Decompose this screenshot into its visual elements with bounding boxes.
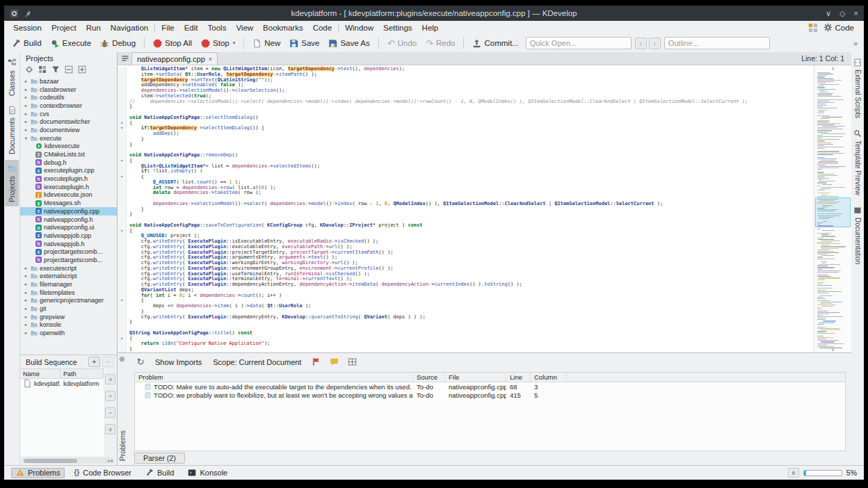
show-imports-button[interactable]: Show Imports bbox=[152, 357, 204, 368]
problem-row[interactable]: TODO: Make sure to auto-add the executab… bbox=[135, 382, 845, 391]
move-down-button[interactable]: › bbox=[105, 407, 115, 418]
minimap-scrollbar[interactable]: ∧ ∨ bbox=[814, 65, 851, 352]
fold-marker-gutter[interactable] bbox=[118, 325, 127, 331]
fold-marker-gutter[interactable] bbox=[118, 169, 127, 174]
column-header-problem[interactable]: Problem bbox=[135, 373, 413, 382]
fold-marker-gutter[interactable] bbox=[118, 131, 127, 137]
stop-all-button[interactable]: Stop All bbox=[149, 37, 196, 50]
fold-marker-gutter[interactable] bbox=[118, 88, 127, 94]
collapse-toolviews-icon[interactable]: ∧ bbox=[788, 468, 799, 478]
code-line[interactable]: deps << dependencies->item( i )->data( Q… bbox=[118, 304, 814, 309]
column-header-line[interactable]: Line bbox=[506, 373, 531, 382]
code-line[interactable]: void NativeAppConfigPage::selectItemDial… bbox=[118, 115, 814, 121]
fold-marker-gutter[interactable] bbox=[118, 147, 127, 153]
dock-tab-external-scripts[interactable]: External Scripts bbox=[851, 55, 864, 122]
code-editor[interactable]: QListWidgetItem* item = new QListWidgetI… bbox=[118, 65, 814, 352]
tree-item[interactable]: jkdevexecute.json bbox=[20, 191, 117, 200]
menu-code[interactable]: Code bbox=[308, 22, 337, 33]
fold-marker-gutter[interactable] bbox=[118, 115, 127, 121]
fold-marker-gutter[interactable] bbox=[118, 272, 127, 277]
code-line[interactable]: return i18n("Configure Native Applicatio… bbox=[118, 341, 814, 347]
fold-marker-gutter[interactable] bbox=[118, 218, 127, 223]
tree-item[interactable]: unativeappconfig.ui bbox=[20, 223, 117, 231]
fold-marker-gutter[interactable]: ▾ bbox=[118, 121, 127, 127]
collapseall-button[interactable] bbox=[63, 64, 74, 75]
scroll-down-icon[interactable]: ∨ bbox=[814, 347, 851, 352]
fold-marker-gutter[interactable] bbox=[118, 104, 127, 110]
statusbar-problems-button[interactable]: Problems bbox=[11, 468, 65, 478]
tree-item[interactable]: sMessages.sh bbox=[20, 199, 117, 207]
problem-row[interactable]: TODO: we probably want to flexibilize, b… bbox=[135, 391, 845, 400]
fold-marker-gutter[interactable] bbox=[118, 83, 127, 88]
menu-bookmarks[interactable]: Bookmarks bbox=[258, 22, 308, 33]
tree-item[interactable]: hprojecttargetscomb... bbox=[20, 256, 117, 264]
tree-item[interactable]: cexecuteplugin.cpp bbox=[20, 167, 117, 175]
tree-item[interactable]: hiexecuteplugin.h bbox=[20, 183, 117, 191]
fold-marker-gutter[interactable] bbox=[118, 234, 127, 239]
code-line[interactable]: QList<QListWidgetItem*> list = dependenc… bbox=[118, 164, 814, 170]
tree-item[interactable]: kdevexecute bbox=[20, 143, 117, 151]
add-build-item-button[interactable]: + bbox=[88, 357, 100, 367]
menu-view[interactable]: View bbox=[231, 22, 258, 33]
code-line[interactable]: } bbox=[118, 104, 814, 110]
fold-marker-gutter[interactable]: ▾ bbox=[118, 229, 127, 234]
move-bottom-button[interactable]: » bbox=[105, 424, 115, 434]
expand-arrow-icon[interactable]: ▸ bbox=[24, 314, 29, 320]
code-line[interactable]: if( !list.isEmpty() ) bbox=[118, 169, 814, 174]
tree-item[interactable]: tCMakeLists.txt bbox=[20, 150, 117, 158]
fold-marker-gutter[interactable] bbox=[118, 320, 127, 325]
code-line[interactable]: for( int i = 0; i < dependencies->count(… bbox=[118, 293, 814, 299]
tree-item[interactable]: ▸grepview bbox=[20, 313, 117, 321]
menu-window[interactable]: Window bbox=[340, 22, 378, 33]
dock-tab-documents[interactable]: Documents bbox=[5, 101, 19, 158]
fold-marker-gutter[interactable] bbox=[118, 309, 127, 315]
fold-marker-gutter[interactable] bbox=[118, 72, 127, 78]
tree-item[interactable]: ▸documentview bbox=[20, 126, 117, 134]
code-line[interactable]: QString NativeAppConfigPage::title() con… bbox=[118, 331, 814, 336]
save-as-button[interactable]: Save As bbox=[324, 37, 373, 50]
execute-button[interactable]: Execute bbox=[47, 37, 96, 50]
tree-item[interactable]: ▸genericprojectmanager bbox=[20, 297, 117, 305]
expand-arrow-icon[interactable]: ▸ bbox=[24, 111, 29, 117]
fold-marker-gutter[interactable] bbox=[118, 110, 127, 115]
code-line[interactable]: dependencies->selectionModel()->clearSel… bbox=[118, 88, 814, 94]
expand-arrow-icon[interactable]: ▸ bbox=[24, 79, 29, 84]
code-line[interactable]: addDep(); bbox=[118, 131, 814, 137]
expand-arrow-icon[interactable]: ▸ bbox=[24, 127, 29, 133]
code-line[interactable]: } bbox=[118, 137, 814, 143]
fold-marker-gutter[interactable] bbox=[118, 190, 127, 196]
expand-arrow-icon[interactable]: ▸ bbox=[24, 306, 29, 311]
remove-build-item-button[interactable]: − bbox=[102, 357, 114, 367]
menu-edit[interactable]: Edit bbox=[179, 22, 203, 33]
horizontal-scrollbar[interactable]: ◂ ▸ bbox=[22, 457, 115, 464]
statusbar-konsole-button[interactable]: Konsole bbox=[183, 468, 232, 478]
scroll-up-icon[interactable]: ∧ bbox=[814, 66, 851, 71]
fold-marker-gutter[interactable] bbox=[118, 331, 127, 336]
tree-item[interactable]: ▸contextbrowser bbox=[20, 101, 117, 110]
code-line[interactable]: ▾{ bbox=[118, 229, 814, 234]
code-line[interactable]: } bbox=[118, 320, 814, 325]
parser-tab[interactable]: Parser (2) bbox=[134, 453, 185, 464]
nav-back-button[interactable]: ‹ bbox=[635, 38, 647, 49]
fold-marker-gutter[interactable] bbox=[118, 94, 127, 99]
code-line[interactable]: dependencies->selectionModel()->select( … bbox=[118, 202, 814, 207]
menu-run[interactable]: Run bbox=[81, 22, 106, 33]
area-switcher-icon[interactable] bbox=[808, 23, 818, 33]
fold-marker-gutter[interactable] bbox=[118, 202, 127, 207]
code-line[interactable]: void NativeAppConfigPage::removeDep() bbox=[118, 153, 814, 158]
fold-marker-gutter[interactable] bbox=[118, 347, 127, 352]
titlebar[interactable]: kdevplatform - [ kdevplatform:plugins/ex… bbox=[4, 6, 864, 21]
expand-arrow-icon[interactable]: ▸ bbox=[24, 103, 29, 108]
minimap-viewport[interactable] bbox=[815, 197, 851, 227]
fold-marker-gutter[interactable] bbox=[118, 186, 127, 191]
panel-close-icon[interactable]: ⊗ bbox=[119, 355, 124, 363]
dock-tab-template-preview[interactable]: Template Preview bbox=[851, 126, 864, 199]
column-header-name[interactable]: Name bbox=[20, 369, 61, 378]
expand-arrow-icon[interactable]: ▸ bbox=[24, 290, 29, 295]
fold-marker-gutter[interactable] bbox=[118, 245, 127, 250]
move-up-button[interactable]: ‹ bbox=[105, 391, 115, 401]
expand-arrow-icon[interactable]: ▸ bbox=[24, 95, 29, 100]
build-button[interactable]: Build bbox=[8, 37, 46, 50]
column-header-source[interactable]: Source bbox=[413, 373, 445, 382]
redo-button[interactable]: ↷Redo bbox=[421, 37, 459, 50]
